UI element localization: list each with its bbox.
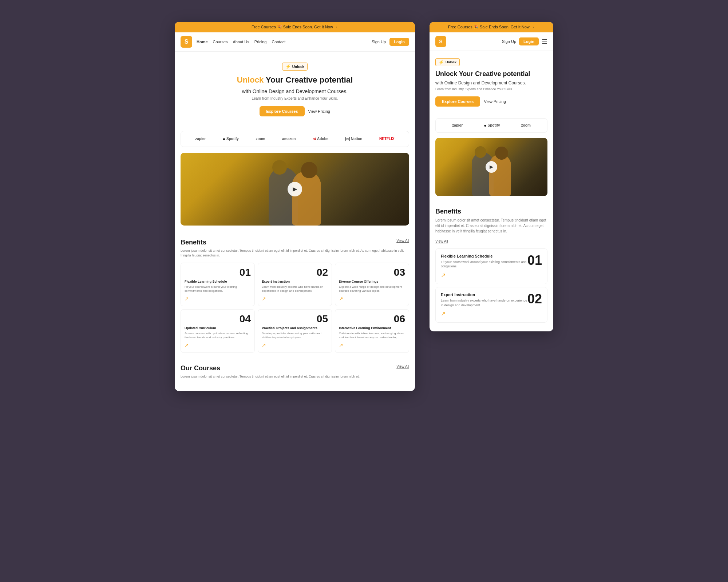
hero-title-highlight: Unlock	[237, 75, 266, 84]
mobile-badge-label: Unlock	[446, 60, 456, 64]
logo-amazon: amazon	[282, 137, 296, 141]
benefit-text-4: Access courses with up-to-date content r…	[185, 331, 251, 339]
view-pricing-button[interactable]: View Pricing	[308, 106, 330, 116]
benefits-view-all[interactable]: View All	[396, 239, 409, 243]
logo-zapier: zapier	[195, 137, 206, 141]
logo-zoom: zoom	[256, 137, 265, 141]
benefit-text-3: Explore a wide range of design and devel…	[339, 285, 405, 293]
login-button[interactable]: Login	[389, 38, 409, 46]
benefit-arrow-3[interactable]: ↗	[339, 296, 405, 302]
benefit-arrow-5[interactable]: ↗	[262, 342, 328, 348]
mobile-benefit-num-2: 02	[527, 292, 542, 306]
benefit-title-2: Expert Instruction	[262, 280, 328, 283]
mobile-benefit-card-1: Flexible Learning Schedule Fit your cour…	[435, 248, 547, 284]
benefit-num-6: 06	[339, 314, 405, 324]
mobile-benefit-card-2: Expert Instruction Learn from industry e…	[435, 287, 547, 323]
courses-section: Our Courses View All Lorem ipsum dolor s…	[175, 359, 415, 391]
benefit-arrow-4[interactable]: ↗	[185, 342, 251, 348]
benefits-header: Benefits View All	[181, 239, 409, 246]
mobile-card: Free Courses 🎉 Sale Ends Soon. Get It No…	[430, 22, 553, 331]
courses-desc: Lorem ipsum dolor sit amet consectetur. …	[181, 374, 409, 379]
mobile-banner-text: Free Courses 🎉 Sale Ends Soon. Get It No…	[448, 25, 535, 29]
explore-courses-button[interactable]: Explore Courses	[260, 106, 304, 116]
benefit-arrow-2[interactable]: ↗	[262, 296, 328, 302]
announcement-banner[interactable]: Free Courses 🎉 Sale Ends Soon. Get It No…	[175, 22, 415, 32]
mobile-hero-buttons: Explore Courses View Pricing	[435, 96, 547, 107]
mobile-video-thumbnail[interactable]: ▶	[435, 138, 547, 196]
courses-header: Our Courses View All	[181, 364, 409, 372]
benefit-num-1: 01	[185, 267, 251, 278]
benefits-desc: Lorem ipsum dolor sit amet consectetur. …	[181, 248, 409, 258]
mobile-view-pricing-button[interactable]: View Pricing	[484, 99, 506, 104]
mobile-benefit-text-1: Fit your coursework around your existing…	[441, 260, 527, 269]
courses-view-all[interactable]: View All	[396, 364, 409, 368]
hero-section: ⚡ Unlock Unlock Your Creative potential …	[175, 52, 415, 131]
navigation-desktop: S Home Courses About Us Pricing Contact …	[175, 32, 415, 52]
desktop-card: Free Courses 🎉 Sale Ends Soon. Get It No…	[175, 22, 415, 391]
signup-button[interactable]: Sign Up	[372, 40, 386, 44]
benefit-card-4: 04 Updated Curriculum Access courses wit…	[181, 309, 255, 353]
mobile-hero-title-text: Your Creative potential	[459, 70, 530, 77]
mobile-benefit-arrow-1[interactable]: ↗	[441, 272, 527, 279]
hero-title: Unlock Your Creative potential	[189, 75, 400, 85]
logo-adobe: Ai Adobe	[313, 137, 328, 141]
benefit-title-6: Interactive Learning Environment	[339, 326, 405, 330]
mobile-logo-zapier: zapier	[452, 123, 463, 127]
video-thumbnail[interactable]: ▶	[181, 153, 409, 226]
benefit-num-3: 03	[339, 267, 405, 278]
hero-badge: ⚡ Unlock	[282, 63, 308, 71]
navigation-mobile: S Sign Up Login ☰	[430, 32, 553, 51]
video-overlay: ▶	[181, 153, 409, 226]
badge-label: Unlock	[292, 65, 304, 69]
mobile-benefit-text-2: Learn from industry experts who have han…	[441, 298, 527, 307]
mobile-benefit-num-1: 01	[527, 254, 542, 267]
benefit-num-5: 05	[262, 314, 328, 324]
logo-notion: N Notion	[345, 137, 363, 141]
benefit-title-1: Flexible Learning Schedule	[185, 280, 251, 283]
hero-desc: Learn from Industry Experts and Enhance …	[189, 96, 400, 100]
mobile-play-button[interactable]: ▶	[486, 161, 497, 173]
nav-item-about[interactable]: About Us	[233, 40, 249, 44]
mobile-nav-actions: Sign Up Login ☰	[502, 37, 547, 45]
mobile-explore-courses-button[interactable]: Explore Courses	[435, 96, 480, 107]
benefits-section: Benefits View All Lorem ipsum dolor sit …	[175, 233, 415, 353]
mobile-hero-badge: ⚡ Unlock	[435, 58, 460, 66]
play-button[interactable]: ▶	[288, 182, 302, 196]
logo-netflix: NETFLIX	[379, 137, 395, 141]
nav-item-pricing[interactable]: Pricing	[254, 40, 267, 44]
benefit-title-3: Diverse Course Offerings	[339, 280, 405, 283]
mobile-logo[interactable]: S	[435, 36, 446, 47]
mobile-hero-desc: Learn from Industry Experts and Enhance …	[435, 87, 547, 92]
mobile-benefits-view-all[interactable]: View All	[435, 239, 448, 243]
benefit-arrow-6[interactable]: ↗	[339, 342, 405, 348]
benefit-arrow-1[interactable]: ↗	[185, 296, 251, 302]
benefit-text-1: Fit your coursework around your existing…	[185, 285, 251, 293]
benefits-title: Benefits	[181, 239, 206, 246]
mobile-hero-section: ⚡ Unlock Unlock Your Creative potential …	[430, 51, 553, 118]
mobile-benefits-section: Benefits Lorem ipsum dolor sit amet cons…	[430, 202, 553, 331]
benefit-card-6: 06 Interactive Learning Environment Coll…	[335, 309, 409, 353]
mobile-hero-title: Unlock Your Creative potential	[435, 70, 547, 78]
benefit-card-3: 03 Diverse Course Offerings Explore a wi…	[335, 263, 409, 306]
nav-item-contact[interactable]: Contact	[272, 40, 285, 44]
benefit-title-4: Updated Curriculum	[185, 326, 251, 330]
mobile-signup-button[interactable]: Sign Up	[502, 39, 516, 44]
benefit-card-5: 05 Practical Projects and Assignments De…	[258, 309, 332, 353]
benefit-text-6: Collaborate with fellow learners, exchan…	[339, 331, 405, 339]
mobile-benefit-arrow-2[interactable]: ↗	[441, 310, 527, 317]
mobile-announcement-banner[interactable]: Free Courses 🎉 Sale Ends Soon. Get It No…	[430, 22, 553, 32]
benefits-grid: 01 Flexible Learning Schedule Fit your c…	[181, 263, 409, 353]
hero-buttons: Explore Courses View Pricing	[189, 106, 400, 116]
mobile-benefits-list: Flexible Learning Schedule Fit your cour…	[435, 248, 547, 323]
mobile-login-button[interactable]: Login	[519, 37, 539, 45]
benefit-card-1: 01 Flexible Learning Schedule Fit your c…	[181, 263, 255, 306]
nav-item-home[interactable]: Home	[197, 40, 208, 44]
mobile-lightning-icon: ⚡	[439, 60, 444, 65]
benefit-card-2: 02 Expert Instruction Learn from industr…	[258, 263, 332, 306]
banner-text: Free Courses 🎉 Sale Ends Soon. Get It No…	[252, 25, 338, 29]
logo[interactable]: S	[181, 36, 192, 48]
logos-strip: zapier ● Spotify zoom amazon Ai Adobe N …	[181, 131, 409, 147]
hamburger-icon[interactable]: ☰	[542, 37, 547, 45]
nav-item-courses[interactable]: Courses	[213, 40, 228, 44]
logo-spotify: ● Spotify	[223, 136, 239, 141]
